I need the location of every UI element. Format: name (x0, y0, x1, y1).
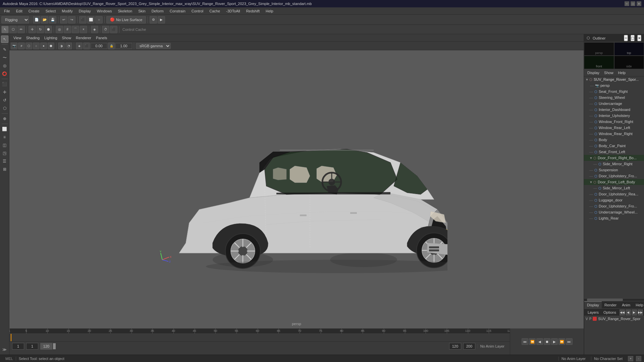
vp-value2-input[interactable] (115, 43, 132, 49)
menu-constrain[interactable]: Constrain (167, 8, 188, 14)
vp-menu-lighting[interactable]: Lighting (42, 35, 59, 41)
outliner-menu-display[interactable]: Display (585, 70, 601, 75)
close-button[interactable]: × (637, 1, 641, 6)
menu-control[interactable]: Control (189, 8, 206, 14)
layer-vis-btn[interactable]: V (586, 317, 588, 321)
stop-btn[interactable]: ⏹ (544, 338, 550, 345)
render-layer-tool[interactable]: ◫ (1, 141, 8, 149)
skip-to-start-btn[interactable]: ⏮ (522, 338, 528, 345)
mel-btn[interactable]: ≫ (1, 346, 8, 353)
show-manipulator-tool[interactable]: ⊕ (1, 115, 8, 122)
vp-menu-renderer[interactable]: Renderer (74, 35, 93, 41)
frame-range-input[interactable] (40, 343, 52, 350)
lasso-tool-btn[interactable]: ⬡ (9, 26, 17, 33)
side-cam-thumb[interactable]: side (614, 56, 644, 69)
frame-range-handle[interactable] (53, 343, 56, 349)
vp-camera-btn[interactable]: 📷 (11, 43, 17, 49)
vp-wireframe-btn[interactable]: ⬡ (25, 43, 32, 49)
vp-menu-shading[interactable]: Shading (24, 35, 42, 41)
menu-create[interactable]: Create (26, 8, 42, 14)
tree-item-luggage[interactable]: — ⬡ Luggage_door (584, 197, 644, 203)
char-set-btn2[interactable]: - (636, 356, 641, 361)
next-frame-btn[interactable]: ⏩ (558, 338, 565, 345)
menu-cache[interactable]: Cache (207, 8, 223, 14)
vp-value1-input[interactable] (91, 43, 107, 49)
menu-skeleton[interactable]: Skeleton (115, 8, 135, 14)
menu-3dtoall[interactable]: -3DToAll (223, 8, 243, 14)
vp-ao-btn[interactable]: ◔ (65, 43, 72, 49)
options-submenu-item[interactable]: Options (601, 310, 618, 314)
menu-help[interactable]: Help (263, 8, 276, 14)
vp-menu-show[interactable]: Show (60, 35, 73, 41)
layers-submenu-item[interactable]: Layers (586, 310, 601, 314)
render-tab[interactable]: Render (602, 301, 619, 308)
attribute-editor-tool[interactable]: ⊞ (1, 166, 8, 173)
tree-item-door-upholstery-r[interactable]: — ⬡ Door_Upholstery_Fro... (584, 173, 644, 179)
menu-windows[interactable]: Windows (94, 8, 115, 14)
tree-item-root[interactable]: ▼ ⬡ SUV_Range_Rover_Spor... (584, 76, 644, 82)
timeline-ruler[interactable]: 1510152025303540455055606570758085909510… (9, 328, 510, 334)
timeline-track[interactable] (9, 334, 510, 341)
skip-to-end-btn[interactable]: ⏭ (566, 338, 573, 345)
vp-smooth-btn[interactable]: ○ (33, 43, 40, 49)
new-scene-btn[interactable]: 📄 (33, 16, 40, 23)
outliner-menu-show[interactable]: Show (602, 70, 615, 75)
outliner-close-btn[interactable]: × (637, 35, 641, 41)
soft-select-btn[interactable]: ◎ (56, 26, 63, 33)
tree-item-win-rr[interactable]: — ⬡ Window_Rear_Right (584, 131, 644, 137)
tree-item-lights-rear[interactable]: — ⬡ Lights_Rear (584, 215, 644, 221)
mode-dropdown[interactable]: Rigging Animation Modeling (1, 16, 29, 23)
transform-tool[interactable]: ⬛ (1, 80, 8, 88)
move-tool-btn[interactable]: ✛ (29, 26, 36, 33)
tree-item-door-fr-group[interactable]: ▼ ⬡ Door_Front_Right_Bo... (584, 155, 644, 161)
layer-nav-prev[interactable]: ◀ (626, 309, 631, 315)
tree-item-body-paint[interactable]: — ⬡ Body_Car_Paint (584, 143, 644, 149)
menu-skin[interactable]: Skin (136, 8, 148, 14)
select-tool[interactable]: ↖ (1, 36, 8, 43)
vp-menu-view[interactable]: View (11, 35, 23, 41)
sculpt-tool[interactable]: 〜 (1, 54, 8, 61)
channel-box-tool[interactable]: ☰ (1, 158, 8, 165)
tree-item-door-uphol-fro[interactable]: — ⬡ Door_Upholstery_Fro... (584, 203, 644, 209)
menu-edit[interactable]: Edit (13, 8, 25, 14)
rotate-tool-btn[interactable]: ↻ (37, 26, 44, 33)
tree-item-dashboard[interactable]: — ⬡ Interior_Dashboard (584, 107, 644, 113)
current-frame-input[interactable] (12, 343, 24, 350)
menu-file[interactable]: File (1, 8, 13, 14)
outliner-minimize-btn[interactable]: − (624, 35, 628, 41)
tree-item-undercarriage[interactable]: — ⬡ Undercarriage (584, 101, 644, 107)
display-layer-tool[interactable]: ≡ (1, 133, 8, 141)
vp-texture-btn[interactable]: ⬢ (48, 43, 54, 49)
scale-tool-btn[interactable]: ⬢ (45, 26, 52, 33)
snap-to-curve-btn[interactable]: ⌒ (72, 26, 79, 33)
tree-item-seat-fr[interactable]: — ⬡ Seat_Front_Right (584, 88, 644, 95)
layer-playback-btn[interactable]: P (589, 317, 592, 321)
vp-lock-btn[interactable]: 🔒 (108, 43, 115, 49)
prev-frame-btn[interactable]: ◀ (536, 338, 543, 345)
char-set-btn1[interactable]: + (628, 356, 633, 361)
render-btn[interactable]: ▶ (158, 16, 165, 23)
select-by-hierarchy-btn[interactable]: ⬛ (79, 16, 87, 23)
select-by-component-btn[interactable]: ⬜ (87, 16, 95, 23)
layer-nav-prev-prev[interactable]: ◀◀ (620, 309, 625, 315)
viewport-canvas[interactable]: X Y Z persp (9, 50, 584, 328)
outliner-maximize-btn[interactable]: □ (631, 35, 635, 41)
lasso-select-tool[interactable]: ⭕ (1, 70, 8, 77)
layer-nav-next[interactable]: ▶ (632, 309, 637, 315)
scale-tool2[interactable]: ⬡ (1, 105, 8, 112)
start-frame-input[interactable] (26, 343, 38, 350)
tree-item-body[interactable]: — ⬡ Body (584, 137, 644, 143)
vp-shaded-btn[interactable]: ● (40, 43, 47, 49)
history-btn[interactable]: ⏱ (102, 26, 109, 33)
step-back-btn[interactable]: ⏪ (529, 338, 536, 345)
minimize-button[interactable]: − (625, 1, 629, 6)
outliner-menu-help[interactable]: Help (616, 70, 628, 75)
tree-item-undercarriage-wheel[interactable]: — ⬡ Undercarriage_Wheel... (584, 209, 644, 215)
undo-btn[interactable]: ↩ (60, 16, 67, 23)
end-frame-input[interactable] (449, 343, 461, 350)
tree-item-upholstery[interactable]: — ⬡ Interior_Upholstery (584, 113, 644, 119)
select-tool-btn[interactable]: ↖ (1, 26, 9, 33)
menu-redshift[interactable]: Redshift (244, 8, 262, 14)
tree-item-win-rl[interactable]: — ⬡ Window_Rear_Left (584, 125, 644, 131)
snap-to-grid-btn[interactable]: # (64, 26, 71, 33)
